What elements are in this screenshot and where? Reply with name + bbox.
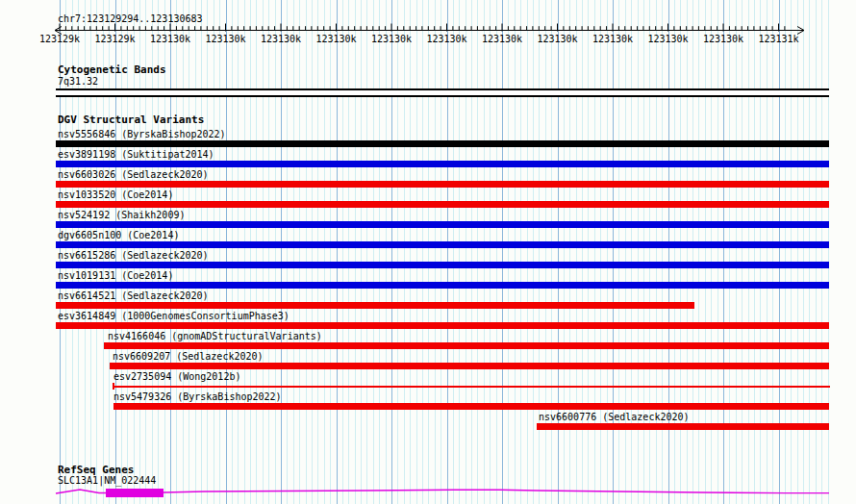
grid-line-minor	[299, 0, 300, 504]
ruler-tick-label: 123130k	[641, 35, 696, 44]
variant-line[interactable]	[113, 386, 830, 388]
grid-line-minor	[520, 0, 521, 504]
variant-bar[interactable]	[56, 282, 829, 289]
ruler-tick-label: 123129k	[88, 35, 143, 44]
grid-line-minor	[348, 0, 349, 504]
variant-label[interactable]: nsv6600776 (Sedlazeck2020)	[539, 413, 690, 422]
grid-line-minor	[256, 0, 257, 504]
grid-line-minor	[355, 0, 356, 504]
grid-line-minor	[306, 0, 307, 504]
grid-line-minor	[366, 0, 367, 504]
variant-bar[interactable]	[56, 241, 829, 248]
region-title: chr7:123129294..123130683	[58, 14, 203, 24]
section-title-refseq-genes: RefSeq Genes	[58, 465, 134, 475]
variant-label[interactable]: nsv524192 (Shaikh2009)	[58, 211, 185, 220]
ruler-tick-label: 123129k	[32, 35, 88, 44]
grid-line-minor	[471, 0, 472, 504]
cytoband-box	[56, 88, 829, 97]
grid-line-minor	[379, 0, 380, 504]
grid-line-minor	[244, 0, 245, 504]
variant-label[interactable]: nsv6603026 (Sedlazeck2020)	[58, 170, 209, 180]
variant-bar[interactable]	[56, 302, 694, 309]
grid-line-minor	[496, 0, 497, 504]
grid-line-major	[226, 0, 227, 504]
variant-label[interactable]: esv3614849 (1000GenomesConsortiumPhase3)	[58, 312, 290, 321]
variant-bar[interactable]	[56, 161, 829, 167]
grid-line-minor	[293, 0, 294, 504]
ruler-tick-label: 123130k	[474, 35, 530, 44]
grid-line-minor	[214, 0, 214, 504]
genome-browser-canvas: chr7:123129294..123130683 123129k123129k…	[0, 0, 856, 504]
variant-label[interactable]: nsv6609207 (Sedlazeck2020)	[113, 352, 264, 362]
grid-line-minor	[232, 0, 233, 504]
grid-line-minor	[422, 0, 423, 504]
grid-line-minor	[268, 0, 269, 504]
grid-line-minor	[287, 0, 288, 504]
variant-label[interactable]: nsv1019131 (Coe2014)	[58, 271, 173, 281]
variant-label[interactable]: esv2735094 (Wong2012b)	[113, 372, 240, 382]
ruler-tick-label: 123130k	[142, 35, 198, 44]
variant-label[interactable]: nsv4166046 (gnomADStructuralVariants)	[108, 332, 322, 341]
grid-line-minor	[219, 0, 220, 504]
grid-line-minor	[490, 0, 491, 504]
grid-line-minor	[250, 0, 251, 504]
variant-bar[interactable]	[56, 221, 829, 228]
variant-bar[interactable]	[56, 181, 829, 188]
grid-line-minor	[386, 0, 387, 504]
ruler-tick-label: 123130k	[419, 35, 475, 44]
ruler-tick-label: 123130k	[253, 35, 309, 44]
grid-line-minor	[275, 0, 276, 504]
grid-line-minor	[459, 0, 460, 504]
grid-line-minor	[373, 0, 374, 504]
variant-bar[interactable]	[104, 342, 829, 349]
ruler-tick-label: 123130k	[364, 35, 419, 44]
variant-label[interactable]: nsv5479326 (ByrskaBishop2022)	[113, 392, 282, 402]
grid-line-minor	[428, 0, 429, 504]
variant-bar[interactable]	[56, 262, 829, 268]
grid-line-minor	[342, 0, 343, 504]
variant-bar[interactable]	[56, 201, 829, 208]
grid-line-minor	[324, 0, 325, 504]
section-title-cytogenetic-bands: Cytogenetic Bands	[58, 64, 166, 75]
grid-line-minor	[317, 0, 318, 504]
grid-line-minor	[410, 0, 411, 504]
grid-line-minor	[453, 0, 454, 504]
grid-line-minor	[508, 0, 509, 504]
grid-line-major	[391, 0, 392, 504]
grid-line-minor	[312, 0, 313, 504]
variant-bar[interactable]	[113, 403, 829, 410]
variant-label[interactable]: nsv5556846 (ByrskaBishop2022)	[58, 130, 226, 139]
gene-intron-line[interactable]	[56, 490, 829, 493]
variant-bar[interactable]	[110, 363, 829, 369]
variant-bar[interactable]	[56, 322, 829, 329]
grid-line-minor	[466, 0, 466, 504]
variant-label[interactable]: esv3891198 (Suktitipat2014)	[58, 150, 214, 160]
ruler-tick-label: 123130k	[530, 35, 586, 44]
grid-line-minor	[435, 0, 436, 504]
variant-label[interactable]: nsv6614521 (Sedlazeck2020)	[58, 291, 209, 301]
variant-bar[interactable]	[537, 423, 829, 430]
grid-line-minor	[416, 0, 417, 504]
ruler-tick-label: 123130k	[198, 35, 254, 44]
ruler-tick-label: 123130k	[695, 35, 751, 44]
grid-line-minor	[533, 0, 534, 504]
variant-bar[interactable]	[56, 140, 829, 147]
grid-line-major	[502, 0, 503, 504]
grid-line-minor	[330, 0, 331, 504]
grid-line-minor	[441, 0, 441, 504]
grid-line-minor	[397, 0, 398, 504]
grid-line-minor	[527, 0, 528, 504]
grid-line-minor	[484, 0, 485, 504]
ruler-tick-label: 123130k	[309, 35, 365, 44]
variant-label[interactable]: dgv6605n100 (Coe2014)	[58, 231, 179, 240]
variant-label[interactable]: nsv1033520 (Coe2014)	[58, 190, 173, 200]
grid-line-minor	[404, 0, 405, 504]
grid-line-major	[447, 0, 448, 504]
gene-label[interactable]: SLC13A1|NM_022444	[58, 476, 156, 486]
grid-line-major	[281, 0, 282, 504]
grid-line-minor	[477, 0, 478, 504]
cytoband-label: 7q31.32	[58, 77, 98, 87]
grid-line-major	[337, 0, 338, 504]
variant-label[interactable]: nsv6615286 (Sedlazeck2020)	[58, 251, 209, 261]
section-title-dgv-structural-variants: DGV Structural Variants	[58, 114, 204, 125]
